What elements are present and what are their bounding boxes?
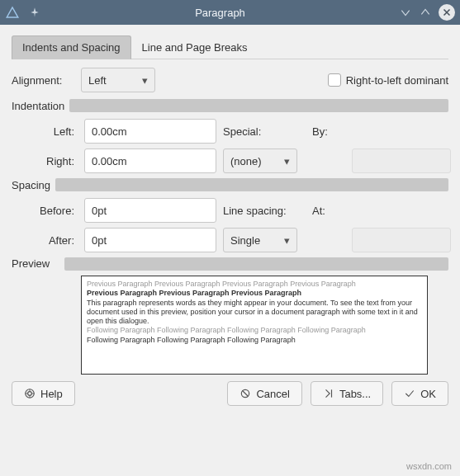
line-spacing-value: Single: [230, 234, 260, 247]
by-input: [352, 148, 451, 173]
help-icon: [24, 388, 36, 399]
button-label: Help: [40, 388, 63, 400]
indentation-section: Indentation: [12, 99, 448, 112]
rtl-checkbox[interactable]: [328, 73, 341, 87]
section-title: Indentation: [12, 100, 69, 112]
chevron-down-icon: ▾: [284, 234, 290, 247]
spacing-after-row: After: 0pt Single ▾: [12, 228, 448, 252]
preview-section: Preview: [12, 257, 448, 271]
after-label: After:: [12, 234, 78, 247]
preview-body: This paragraph represents words as they …: [87, 299, 422, 327]
minimize-icon[interactable]: [399, 6, 412, 19]
after-input[interactable]: 0pt: [84, 228, 216, 252]
button-bar: Help Cancel Tabs... OK: [12, 381, 448, 406]
watermark: wsxdn.com: [406, 461, 452, 471]
preview-label: Preview: [12, 257, 61, 270]
special-select[interactable]: (none) ▾: [223, 148, 297, 173]
preview-box: Previous Paragraph Previous Paragraph Pr…: [81, 276, 428, 375]
app-icon: [5, 5, 20, 20]
tabs-button[interactable]: Tabs...: [311, 381, 383, 406]
section-title: Spacing: [12, 179, 55, 191]
indent-left-input[interactable]: 0.00cm: [84, 119, 216, 144]
close-button[interactable]: [439, 4, 455, 21]
by-label: By:: [312, 125, 345, 138]
special-value: (none): [230, 155, 262, 167]
at-input: [352, 228, 451, 252]
before-label: Before:: [12, 205, 78, 217]
button-label: Tabs...: [339, 388, 371, 400]
indent-left-row: Left: 0.00cm Special: By:: [12, 119, 448, 144]
tab-label: Indents and Spacing: [22, 41, 121, 54]
rtl-label: Right-to-left dominant: [346, 74, 448, 87]
tab-line-page-breaks[interactable]: Line and Page Breaks: [131, 35, 258, 59]
maximize-icon[interactable]: [419, 6, 432, 19]
preview-follow-dim: Following Paragraph Following Paragraph …: [87, 326, 422, 335]
preview-follow-bold: Following Paragraph Following Paragraph …: [87, 336, 422, 345]
indent-left-label: Left:: [12, 125, 78, 138]
dialog-body: Indents and Spacing Line and Page Breaks…: [0, 25, 460, 414]
tabs-icon: [323, 388, 334, 399]
preview-prev-bold: Previous Paragraph Previous Paragraph Pr…: [87, 289, 422, 298]
button-label: OK: [420, 388, 436, 400]
tab-indents-spacing[interactable]: Indents and Spacing: [12, 35, 131, 59]
titlebar: Paragraph: [0, 0, 460, 25]
alignment-row: Alignment: Left ▾ Right-to-left dominant: [12, 68, 448, 92]
ok-button[interactable]: OK: [391, 381, 448, 406]
tab-label: Line and Page Breaks: [142, 41, 248, 54]
section-divider: [55, 178, 448, 191]
cancel-button[interactable]: Cancel: [227, 381, 301, 406]
section-divider: [69, 99, 448, 112]
pin-icon[interactable]: [28, 6, 41, 19]
svg-line-7: [243, 391, 249, 397]
section-divider: [64, 257, 448, 271]
spacing-before-row: Before: 0pt Line spacing: At:: [12, 198, 448, 223]
spacing-section: Spacing: [12, 178, 448, 191]
indent-right-row: Right: 0.00cm (none) ▾: [12, 148, 448, 173]
tab-bar: Indents and Spacing Line and Page Breaks: [12, 35, 448, 59]
chevron-down-icon: ▾: [284, 155, 290, 167]
alignment-select[interactable]: Left ▾: [81, 68, 155, 92]
check-icon: [404, 388, 415, 399]
help-button[interactable]: Help: [12, 381, 75, 406]
svg-point-1: [28, 392, 32, 396]
at-label: At:: [312, 205, 345, 217]
indent-right-label: Right:: [12, 155, 78, 167]
window-title: Paragraph: [41, 7, 399, 19]
chevron-down-icon: ▾: [142, 74, 148, 87]
special-label: Special:: [223, 125, 306, 138]
alignment-value: Left: [88, 74, 107, 87]
line-spacing-label: Line spacing:: [223, 205, 306, 217]
cancel-icon: [239, 388, 251, 399]
indent-right-input[interactable]: 0.00cm: [84, 148, 216, 173]
alignment-label: Alignment:: [12, 74, 78, 87]
before-input[interactable]: 0pt: [84, 198, 216, 223]
preview-prev-dim: Previous Paragraph Previous Paragraph Pr…: [87, 280, 422, 289]
line-spacing-select[interactable]: Single ▾: [223, 228, 297, 252]
button-label: Cancel: [256, 388, 289, 400]
